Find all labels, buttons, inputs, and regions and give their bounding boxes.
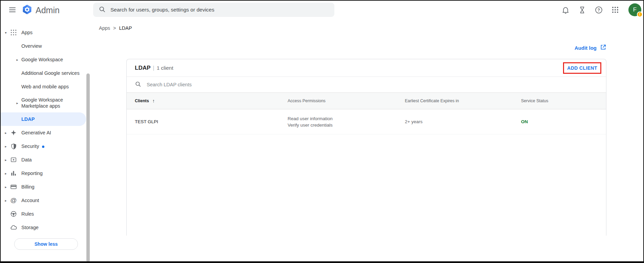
sidebar-item-label: Generative AI <box>21 130 54 136</box>
search-icon <box>135 81 141 89</box>
bar-chart-icon <box>9 169 18 177</box>
audit-log-label: Audit log <box>575 45 597 51</box>
sidebar-item-label: Overview <box>21 43 44 49</box>
sidebar-item-label: Google Workspace Marketplace apps <box>21 97 86 109</box>
chevron-right-icon[interactable]: ▸ <box>15 58 20 62</box>
avatar-alert-badge: ! <box>637 12 643 17</box>
chevron-right-icon[interactable]: ▸ <box>3 158 8 162</box>
certificate-expires-cell: 2+ years <box>405 118 521 125</box>
main-content: Apps > LDAP Audit log <box>90 19 643 262</box>
sidebar-item-storage[interactable]: Storage <box>1 221 86 234</box>
chevron-right-icon[interactable]: ▸ <box>3 172 8 175</box>
notification-dot <box>42 146 44 148</box>
chevron-down-icon[interactable]: ▾ <box>3 31 8 35</box>
sidebar-item-label: Security <box>21 143 47 149</box>
sidebar-item-reporting[interactable]: ▸ Reporting <box>1 167 86 180</box>
admin-console-window: Admin <box>0 0 644 263</box>
clients-search-bar[interactable] <box>127 77 606 92</box>
google-admin-logo[interactable]: Admin <box>22 4 60 16</box>
open-in-new-icon <box>600 44 606 51</box>
client-count: 1 client <box>157 65 173 71</box>
sidebar-item-label: Web and mobile apps <box>21 84 71 90</box>
topbar-action-icons: ? F ! <box>561 1 641 19</box>
sidebar-item-label: LDAP <box>21 116 37 122</box>
apps-grid-icon <box>9 28 18 37</box>
shield-icon <box>9 142 18 150</box>
sparkle-icon <box>9 129 18 137</box>
sidebar-item-marketplace-apps[interactable]: ▸ Google Workspace Marketplace apps <box>1 93 86 112</box>
sidebar-item-apps[interactable]: ▾ Apps <box>1 26 86 39</box>
title-separator: | <box>153 65 154 71</box>
svg-text:?: ? <box>597 7 600 12</box>
global-search-input[interactable] <box>110 7 329 13</box>
sidebar-item-google-workspace[interactable]: ▸ Google Workspace <box>1 53 86 66</box>
add-client-button[interactable]: ADD CLIENT <box>567 65 597 71</box>
sidebar-item-label: Reporting <box>21 170 45 176</box>
sidebar-item-label: Apps <box>21 29 35 36</box>
steering-wheel-icon <box>9 210 18 218</box>
sidebar-item-label: Data <box>21 157 35 163</box>
column-header-earliest-certificate: Earliest Certificate Expires in <box>405 98 521 103</box>
access-permissions-cell: Read user information Verify user creden… <box>288 115 405 128</box>
chevron-right-icon[interactable]: ▸ <box>3 185 8 189</box>
chevron-right-icon[interactable]: ▸ <box>3 131 8 135</box>
admin-hexagon-logo-icon <box>22 4 33 16</box>
app-launcher-grid-icon[interactable] <box>610 5 620 15</box>
client-name[interactable]: TEST GLPI <box>135 118 288 125</box>
folder-star-icon <box>9 156 18 164</box>
main-menu-hamburger-icon[interactable] <box>8 6 16 14</box>
cloud-icon <box>9 223 18 232</box>
sidebar-item-ldap[interactable]: LDAP <box>1 112 86 126</box>
chevron-right-icon[interactable]: ▸ <box>15 101 20 105</box>
sidebar-item-label: Account <box>21 197 42 203</box>
sidebar-item-account[interactable]: ▸ @ Account <box>1 194 86 207</box>
breadcrumb: Apps > LDAP <box>99 24 643 32</box>
sidebar-item-label: Storage <box>21 224 41 231</box>
user-avatar[interactable]: F ! <box>628 3 641 16</box>
sidebar-item-overview[interactable]: Overview <box>1 39 86 53</box>
sidebar-item-generative-ai[interactable]: ▸ Generative AI <box>1 126 86 139</box>
credit-card-icon <box>9 183 18 191</box>
chevron-right-icon[interactable]: ▸ <box>3 199 8 202</box>
card-header: LDAP | 1 client ADD CLIENT <box>127 59 606 77</box>
sidebar-item-rules[interactable]: Rules <box>1 207 86 221</box>
annotation-highlight-box: ADD CLIENT <box>563 62 601 74</box>
help-icon[interactable]: ? <box>594 5 603 15</box>
hourglass-icon[interactable] <box>577 5 587 15</box>
sidebar-scrollbar[interactable] <box>86 73 90 262</box>
card-title: LDAP <box>135 65 150 71</box>
sidebar-item-label: Google Workspace <box>21 57 66 63</box>
table-row[interactable]: TEST GLPI Read user information Verify u… <box>127 109 606 134</box>
breadcrumb-separator: > <box>113 25 116 31</box>
show-less-button[interactable]: Show less <box>14 238 78 250</box>
at-sign-icon: @ <box>9 196 18 204</box>
permission-line: Read user information <box>288 115 405 122</box>
column-header-access-permissions: Access Permissions <box>288 98 405 103</box>
sidebar-item-web-and-mobile-apps[interactable]: Web and mobile apps <box>1 80 86 93</box>
sidebar-item-label: Rules <box>21 211 37 217</box>
column-header-clients[interactable]: Clients ↑ <box>135 98 288 104</box>
ldap-clients-card: LDAP | 1 client ADD CLIENT <box>126 59 606 236</box>
sidebar-item-label: Additional Google services <box>21 70 82 76</box>
sidebar-item-label: Billing <box>21 184 37 190</box>
chevron-right-icon[interactable]: ▸ <box>3 145 8 148</box>
sidebar-item-billing[interactable]: ▸ Billing <box>1 180 86 194</box>
global-search-bar[interactable] <box>93 3 334 17</box>
breadcrumb-apps[interactable]: Apps <box>99 25 110 31</box>
search-icon <box>99 6 106 14</box>
sidebar-item-data[interactable]: ▸ Data <box>1 153 86 167</box>
permission-line: Verify user credentials <box>288 122 405 128</box>
sidebar-item-additional-google-services[interactable]: Additional Google services <box>1 66 86 80</box>
navigation-sidebar: ▾ Apps Overview ▸ Google Workspace A <box>1 19 90 262</box>
brand-name: Admin <box>36 5 60 15</box>
service-status-badge: ON <box>521 118 598 125</box>
audit-log-link[interactable]: Audit log <box>575 43 606 52</box>
clients-search-input[interactable] <box>147 82 598 87</box>
top-app-bar: Admin <box>1 1 643 19</box>
notifications-bell-icon[interactable] <box>561 5 570 15</box>
column-header-service-status: Service Status <box>521 98 598 103</box>
table-header-row: Clients ↑ Access Permissions Earliest Ce… <box>127 92 606 109</box>
sort-ascending-icon[interactable]: ↑ <box>152 98 155 104</box>
sidebar-item-security[interactable]: ▸ Security <box>1 139 86 153</box>
breadcrumb-ldap: LDAP <box>119 25 132 31</box>
